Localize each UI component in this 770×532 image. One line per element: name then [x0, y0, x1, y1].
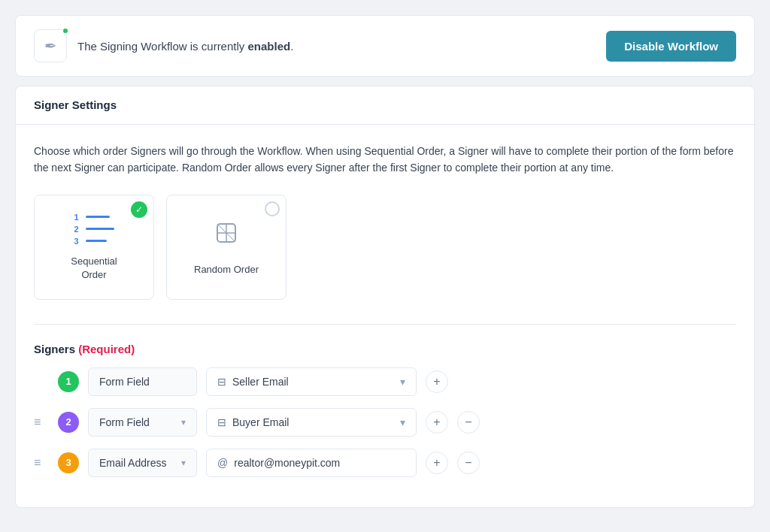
- signers-required-label: (Required): [78, 343, 135, 355]
- signer-row-3: ≡ 3 Email Address ▾ @ realtor@moneypit.c…: [34, 449, 736, 477]
- signer-num-3: 3: [58, 452, 79, 473]
- random-order-label: Random Order: [194, 263, 259, 277]
- signer-2-email-select[interactable]: ⊟ Buyer Email ▾: [206, 408, 417, 437]
- page-container: ✒ The Signing Workflow is currently enab…: [15, 15, 755, 508]
- signer-1-add-button[interactable]: +: [426, 370, 448, 393]
- signer-3-remove-button[interactable]: −: [457, 452, 480, 474]
- signer-1-email-select[interactable]: ⊟ Seller Email ▾: [206, 367, 417, 396]
- signer-row-2: ≡ 2 Form Field ▾ ⊟ Buyer Email ▾ + −: [34, 408, 736, 437]
- signers-title: Signers (Required): [34, 343, 736, 355]
- settings-header: Signer Settings: [16, 86, 754, 125]
- random-order-card[interactable]: Random Order: [166, 195, 286, 300]
- signer-3-at-icon: @: [217, 457, 228, 469]
- status-text: The Signing Workflow is currently enable…: [77, 40, 293, 53]
- signer-2-field-select[interactable]: Form Field ▾: [88, 408, 197, 437]
- random-radio-badge: [265, 201, 280, 216]
- signer-row-1: 1 Form Field ⊟ Seller Email ▾ +: [34, 367, 736, 396]
- signer-3-field-chevron-icon: ▾: [181, 458, 186, 468]
- signer-num-1: 1: [58, 371, 79, 392]
- signer-1-field-select[interactable]: Form Field: [88, 367, 197, 396]
- signer-3-field-select[interactable]: Email Address ▾: [88, 449, 197, 477]
- signer-2-chevron-icon: ▾: [400, 416, 405, 428]
- signer-3-add-button[interactable]: +: [426, 452, 448, 474]
- signer-2-db-icon: ⊟: [217, 416, 226, 428]
- sequential-check-badge: ✓: [131, 201, 147, 218]
- status-text-suffix: .: [290, 40, 293, 53]
- drag-handle-3[interactable]: ≡: [34, 456, 49, 470]
- pen-icon: ✒: [44, 37, 57, 55]
- settings-title: Signer Settings: [34, 98, 117, 111]
- settings-description: Choose which order Signers will go throu…: [34, 143, 736, 177]
- section-divider: [34, 324, 736, 325]
- settings-body: Choose which order Signers will go throu…: [16, 125, 754, 507]
- settings-card: Signer Settings Choose which order Signe…: [15, 86, 755, 508]
- sequential-icon: 1 2 3: [74, 213, 114, 246]
- enabled-dot: [62, 27, 69, 35]
- status-bar: ✒ The Signing Workflow is currently enab…: [15, 15, 755, 77]
- signer-1-email-label: Seller Email: [232, 376, 289, 388]
- signer-2-field-label: Form Field: [99, 416, 150, 428]
- sequential-order-card[interactable]: ✓ 1 2 3: [34, 195, 154, 300]
- signer-3-email-value: realtor@moneypit.com: [234, 457, 340, 469]
- signer-1-chevron-icon: ▾: [400, 376, 405, 388]
- signer-2-remove-button[interactable]: −: [457, 411, 480, 434]
- signer-1-db-icon: ⊟: [217, 376, 226, 388]
- random-icon: [211, 218, 241, 254]
- status-text-prefix: The Signing Workflow is currently: [77, 40, 247, 53]
- order-options: ✓ 1 2 3: [34, 195, 736, 300]
- workflow-icon-wrapper: ✒: [34, 29, 67, 62]
- signer-2-email-label: Buyer Email: [232, 416, 289, 428]
- signer-3-field-label: Email Address: [99, 457, 166, 469]
- signer-2-add-button[interactable]: +: [426, 411, 448, 434]
- signer-1-field-label: Form Field: [99, 376, 150, 388]
- sequential-order-label: SequentialOrder: [71, 255, 117, 282]
- signer-num-2: 2: [58, 412, 79, 433]
- status-enabled-label: enabled: [247, 40, 290, 53]
- status-left: ✒ The Signing Workflow is currently enab…: [34, 29, 293, 62]
- drag-handle-2[interactable]: ≡: [34, 416, 49, 429]
- signer-3-email-input[interactable]: @ realtor@moneypit.com: [206, 449, 417, 477]
- signer-2-field-chevron-icon: ▾: [181, 417, 186, 428]
- signers-title-text: Signers: [34, 343, 75, 355]
- disable-workflow-button[interactable]: Disable Workflow: [606, 31, 736, 62]
